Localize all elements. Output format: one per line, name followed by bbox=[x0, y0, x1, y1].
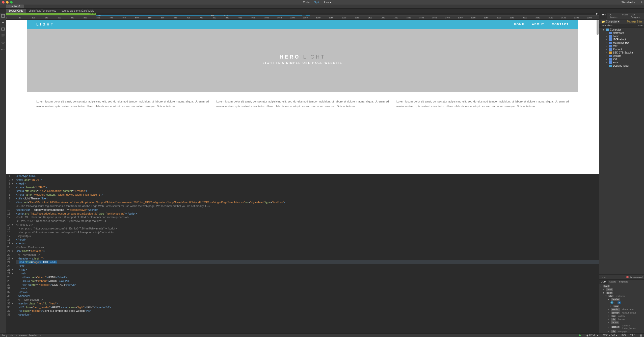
site-dropdown[interactable]: 📁 Computer ▾ bbox=[601, 20, 620, 23]
files-tree-row[interactable]: Desktop folder bbox=[600, 64, 644, 67]
settings-icon[interactable] bbox=[638, 1, 642, 4]
files-tree-row[interactable]: ›Update bbox=[600, 54, 644, 58]
nav-about[interactable]: ABOUT bbox=[532, 23, 544, 26]
files-tree[interactable]: ▾Computer›Hardware›home›iSCPreboot›Macin… bbox=[599, 28, 644, 68]
files-tree-row[interactable]: ›Macintosh HD bbox=[600, 41, 644, 44]
about-col-3: Lorem ipsum dolor sit amet, consectetur … bbox=[396, 99, 569, 109]
ruler-tick: 1650 bbox=[432, 17, 437, 19]
ruler-tick: 700 bbox=[187, 17, 190, 19]
sync-icon[interactable]: ⟳ bbox=[601, 276, 603, 279]
manage-sites-link[interactable]: Manage Sites bbox=[627, 20, 642, 23]
code-content[interactable]: <!doctype html><html lang="en-US"><head>… bbox=[15, 174, 599, 333]
files-tree-row[interactable]: ›iSCPreboot bbox=[600, 38, 644, 41]
panel-tab[interactable]: Insert bbox=[621, 13, 629, 19]
breadcrumb-item[interactable]: header bbox=[29, 334, 37, 337]
panel-tab[interactable]: Assets bbox=[608, 280, 618, 284]
related-file-tab[interactable]: source-sans-pro:n2:default.js bbox=[59, 9, 97, 13]
files-tree-row[interactable]: ▾Computer bbox=[600, 28, 644, 31]
dom-tree-row[interactable]: ›section#contact .footer_banner bbox=[600, 324, 643, 330]
ruler-tick: 1700 bbox=[445, 17, 450, 19]
filter-icon[interactable]: ▼ bbox=[595, 12, 598, 15]
related-file-tab[interactable]: singlePageTemplate.css bbox=[26, 9, 59, 13]
status-dimensions[interactable]: 2198 x 543 ▾ bbox=[603, 334, 617, 337]
view-code[interactable]: Code bbox=[303, 1, 309, 4]
document-tab[interactable]: Untitled-1 bbox=[6, 5, 24, 8]
dom-tree-row[interactable]: ›head bbox=[600, 288, 643, 291]
breadcrumb-item[interactable]: a bbox=[40, 334, 41, 337]
close-icon[interactable] bbox=[2, 1, 5, 4]
dom-tree-row[interactable]: ▾div.container bbox=[600, 294, 643, 298]
ruler-tick: 1450 bbox=[381, 17, 385, 19]
status-overview-icon[interactable]: ▦ bbox=[640, 334, 642, 337]
zoom-icon[interactable] bbox=[10, 1, 13, 4]
dom-tree-row[interactable]: ›div.banner bbox=[600, 318, 643, 321]
about-columns: Lorem ipsum dolor sit amet, consectetur … bbox=[27, 92, 578, 116]
live-preview[interactable]: LIGHT HOME ABOUT CONTACT HERO LIGHT LIGH… bbox=[6, 20, 599, 174]
preview-scrollbar[interactable] bbox=[597, 20, 599, 35]
horizontal-ruler[interactable]: 0501001502002503003504004505005506006507… bbox=[6, 16, 599, 20]
nav-home[interactable]: HOME bbox=[514, 23, 524, 26]
dom-tree-row[interactable]: ›div.copyright bbox=[600, 330, 643, 333]
files-col-size[interactable]: Size bbox=[638, 24, 642, 27]
breadcrumb-item[interactable]: div bbox=[10, 334, 13, 337]
files-tree-row[interactable]: ›mnt1 bbox=[600, 44, 644, 48]
dom-tree-row[interactable]: +›a bbox=[600, 301, 643, 304]
files-col-name[interactable]: Local Files ↑ bbox=[601, 24, 613, 27]
related-file-tab[interactable]: Source Code bbox=[6, 9, 26, 13]
site-logo[interactable]: LIGHT bbox=[36, 22, 55, 26]
status-insert-mode[interactable]: INS bbox=[622, 334, 626, 337]
status-language[interactable]: ◉ HTML ▾ bbox=[586, 334, 598, 337]
panel-tab[interactable]: DOM bbox=[599, 280, 608, 284]
errors-indicator[interactable] bbox=[579, 334, 582, 337]
dom-tree-row[interactable]: ›section#hero .hero bbox=[600, 308, 643, 311]
media-query-bar[interactable]: 320 px 321 px 1096 px 767 px 768 px ▼ bbox=[6, 13, 599, 16]
dom-tree-row[interactable]: ›div.gallery bbox=[600, 314, 643, 318]
files-tree-row[interactable]: ›Preboot bbox=[600, 48, 644, 51]
workspace-switcher[interactable]: Standard ▾ bbox=[621, 1, 635, 4]
server-icon[interactable]: ⎋ bbox=[604, 276, 606, 279]
folder-icon bbox=[606, 29, 609, 31]
more-tools-icon[interactable]: ••• bbox=[1, 48, 5, 51]
ruler-tick: 750 bbox=[200, 17, 203, 19]
dom-tree-row[interactable]: ▾html bbox=[600, 284, 643, 288]
dom-tree-row[interactable]: ›section#about .about bbox=[600, 311, 643, 314]
dom-tree[interactable]: ▾html›head▾body▾div.container▾header+›a›… bbox=[599, 284, 644, 333]
breadcrumb-item[interactable]: .container bbox=[16, 334, 27, 337]
files-tree-row[interactable]: ›home bbox=[600, 35, 644, 38]
files-tree-row[interactable]: ›VM bbox=[600, 58, 644, 61]
site-header: LIGHT HOME ABOUT CONTACT bbox=[27, 20, 578, 29]
inspect-icon[interactable] bbox=[1, 34, 5, 37]
insert-element-icon[interactable]: + bbox=[610, 301, 613, 304]
status-cursor-pos: 24:5 bbox=[630, 334, 635, 337]
panel-tab[interactable]: CSS Designer bbox=[629, 13, 644, 19]
files-panel-tabs: FilesCC LibrariesInsertCSS Designer bbox=[599, 13, 644, 19]
minimize-icon[interactable] bbox=[6, 1, 9, 4]
breadcrumb-item[interactable]: body bbox=[2, 334, 8, 337]
dom-tree-row[interactable]: ›nav bbox=[600, 304, 643, 308]
dom-tree-row[interactable]: ▾body bbox=[600, 291, 643, 294]
ruler-tick: 1000 bbox=[264, 17, 269, 19]
file-manage-icon[interactable] bbox=[1, 14, 5, 18]
panel-tab[interactable]: Files bbox=[599, 13, 607, 19]
element-breadcrumb[interactable]: bodydiv.containerheadera bbox=[2, 334, 44, 337]
ruler-tick: 1550 bbox=[407, 17, 411, 19]
files-tree-row[interactable]: ›Hardware bbox=[600, 31, 644, 35]
panel-tab[interactable]: Snippets bbox=[618, 280, 629, 284]
ruler-tick: 2000 bbox=[523, 17, 527, 19]
ruler-tick: 500 bbox=[135, 17, 139, 19]
dom-tree-row[interactable]: ▾header bbox=[600, 298, 643, 301]
view-split[interactable]: Split bbox=[314, 1, 319, 4]
dom-tree-row[interactable]: ›footer bbox=[600, 321, 643, 324]
files-tree-row[interactable]: ›SSD-2TB-Sascha bbox=[600, 51, 644, 54]
mq-segment-max320[interactable]: 320 px bbox=[6, 13, 96, 15]
dom-icon[interactable] bbox=[1, 40, 5, 44]
panel-tab[interactable]: CC Libraries bbox=[607, 13, 621, 19]
view-live[interactable]: Live bbox=[324, 1, 331, 4]
expand-icon[interactable] bbox=[1, 21, 5, 24]
files-tree-row[interactable]: ›xarts bbox=[600, 61, 644, 64]
svg-point-3 bbox=[641, 2, 642, 3]
nav-contact[interactable]: CONTACT bbox=[552, 23, 569, 26]
live-options-icon[interactable] bbox=[1, 27, 5, 31]
code-editor[interactable]: 1 2 ▾3 ▾4 5 6 7 8 9 10 11 12 13 14 ▾15 1… bbox=[6, 174, 599, 333]
ruler-tick: 150 bbox=[45, 17, 48, 19]
